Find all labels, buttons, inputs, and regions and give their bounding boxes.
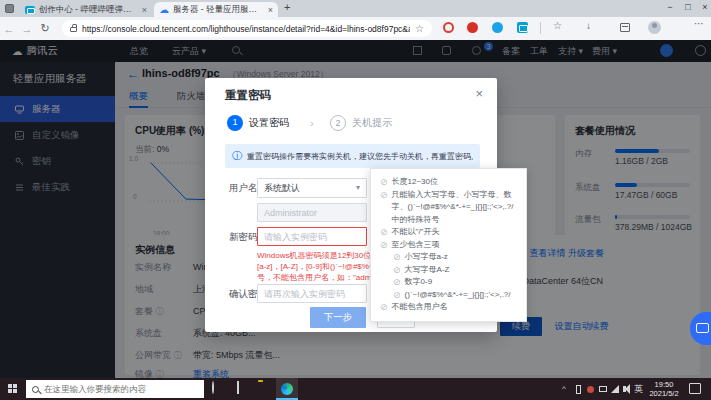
info-icon: ⓘ — [232, 149, 242, 163]
password-rules-tooltip: ⊘长度12~30位 ⊘只能输入大写字母、小写字母、数字、()`~!@#$%^&*… — [370, 168, 527, 322]
rule-no-slash: ⊘不能以"/"开头 — [380, 226, 517, 239]
extension-red-icon[interactable] — [467, 22, 478, 33]
refresh-icon[interactable]: ↻ — [36, 22, 54, 35]
cortana-icon[interactable] — [212, 382, 214, 393]
step-arrow-icon: › — [310, 117, 314, 129]
step-shutdown-notice: 2 关机提示 — [330, 115, 392, 131]
confirm-password-input[interactable] — [257, 284, 367, 303]
start-button[interactable] — [8, 384, 18, 394]
extension-blue-icon[interactable] — [492, 22, 503, 33]
time: 19:50 — [648, 380, 680, 389]
search-icon — [32, 386, 39, 393]
extension-opera-icon[interactable] — [443, 22, 454, 33]
modal-close-icon[interactable]: × — [475, 86, 483, 101]
circle-slash-icon: ⊘ — [393, 264, 401, 277]
rule-lowercase: ⊘小写字母a-z — [380, 251, 517, 264]
step2-label: 关机提示 — [352, 116, 392, 130]
browser-addressbar: ← → ↻ https://console.cloud.tencent.com/… — [0, 17, 711, 40]
network-icon[interactable] — [611, 385, 619, 393]
battery-icon[interactable] — [576, 385, 581, 394]
input-language-indicator[interactable]: 英 — [634, 383, 643, 396]
windows-taskbar: ^ 英 19:50 2021/5/2 — [0, 378, 711, 400]
tab-close-icon[interactable]: × — [268, 5, 273, 15]
downloads-icon[interactable]: ↓ — [586, 20, 591, 31]
window-close-button[interactable]: × — [697, 0, 711, 16]
url-text[interactable]: https://console.cloud.tencent.com/lighth… — [82, 24, 410, 34]
volume-icon[interactable] — [623, 386, 626, 392]
window-maximize-button[interactable]: □ — [680, 0, 696, 16]
username-label: 用户名 — [229, 182, 258, 195]
rule-digits: ⊘数字0-9 — [380, 276, 517, 289]
taskbar-search[interactable] — [26, 380, 204, 398]
extension-bilibili-icon[interactable] — [517, 22, 528, 33]
browser-menu-icon[interactable]: ⋯ — [694, 18, 704, 29]
rule-three-kinds: ⊘至少包含三项 — [380, 239, 517, 252]
rule-charset: ⊘只能输入大写字母、小写字母、数字、()`~!@#$%^&*-+=_|{}[]:… — [380, 189, 517, 227]
browser-tabstrip: 创作中心 - 哔哩哔哩弹幕视频网 × ☁ 服务器 - 轻量应用服务器 - 控制台… — [0, 0, 711, 17]
browser-profile-avatar[interactable] — [648, 21, 661, 34]
camera-icon[interactable] — [599, 386, 607, 392]
fixed-username-input — [257, 203, 367, 222]
new-tab-button[interactable]: + — [284, 1, 290, 13]
collections-icon[interactable] — [620, 23, 630, 32]
new-password-label: 新密码 — [229, 231, 258, 244]
site-security-icon[interactable] — [70, 27, 77, 32]
rule-uppercase: ⊘大写字母A-Z — [380, 264, 517, 277]
circle-slash-icon: ⊘ — [393, 251, 401, 264]
tray-expand-icon[interactable]: ^ — [562, 384, 566, 393]
browser-tab-console[interactable]: ☁ 服务器 - 轻量应用服务器 - 控制台 × — [154, 2, 278, 17]
back-icon[interactable]: ← — [0, 23, 18, 35]
alert-text: 重置密码操作需要将实例关机，建议您先手动关机，再重置密码。 — [247, 151, 473, 162]
tencent-console: ☁腾讯云 总览 云产品 ▾ 3 备案 工单 支持 ▾ 费用 ▾ 轻量应用服务器 … — [0, 40, 711, 378]
edge-taskbar-button[interactable] — [276, 378, 298, 400]
chevron-down-icon: ▾ — [356, 179, 360, 197]
circle-slash-icon: ⊘ — [380, 239, 388, 252]
window-minimize-button[interactable]: − — [662, 0, 678, 16]
bookmark-star-icon[interactable]: ☆ — [415, 23, 424, 34]
tab-close-icon[interactable]: × — [142, 5, 147, 15]
favorites-icon[interactable]: ☆ — [553, 20, 562, 31]
rule-length: ⊘长度12~30位 — [380, 176, 517, 189]
tab-title: 创作中心 - 哔哩哔哩弹幕视频网 — [39, 4, 138, 16]
bilibili-favicon-icon — [25, 6, 35, 14]
step1-label: 设置密码 — [249, 116, 289, 130]
step1-number: 1 — [227, 115, 243, 131]
step2-number: 2 — [330, 115, 346, 131]
modal-title: 重置密码 — [225, 88, 271, 103]
new-password-input[interactable] — [257, 227, 367, 246]
tray-app-icon[interactable] — [587, 386, 594, 393]
task-view-icon[interactable] — [237, 382, 239, 393]
circle-slash-icon: ⊘ — [380, 176, 388, 189]
edge-icon — [281, 383, 293, 395]
shutdown-alert: ⓘ 重置密码操作需要将实例关机，建议您先手动关机，再重置密码。 — [225, 144, 480, 168]
tab-title: 服务器 - 轻量应用服务器 - 控制台 — [173, 4, 264, 16]
tab-actions-icon[interactable] — [5, 4, 14, 13]
taskbar-search-input[interactable] — [44, 384, 194, 394]
circle-slash-icon: ⊘ — [393, 276, 401, 289]
url-input[interactable]: https://console.cloud.tencent.com/lighth… — [62, 20, 432, 37]
step-set-password: 1 设置密码 — [227, 115, 289, 131]
forward-icon[interactable]: → — [18, 23, 36, 35]
clock[interactable]: 19:50 2021/5/2 — [648, 380, 680, 398]
circle-slash-icon: ⊘ — [380, 189, 388, 227]
browser-tab-bilibili[interactable]: 创作中心 - 哔哩哔哩弹幕视频网 × — [20, 2, 152, 17]
action-center-icon[interactable] — [689, 383, 701, 394]
next-step-button[interactable]: 下一步 — [310, 307, 366, 328]
username-select[interactable]: 系统默认 ▾ — [257, 178, 367, 198]
rule-no-username: ⊘不能包含用户名 — [380, 301, 517, 314]
cloud-favicon-icon: ☁ — [159, 5, 169, 15]
circle-slash-icon: ⊘ — [380, 226, 388, 239]
toolbar-divider — [540, 22, 541, 34]
date: 2021/5/2 — [648, 389, 680, 398]
circle-slash-icon: ⊘ — [393, 289, 401, 302]
circle-slash-icon: ⊘ — [380, 301, 388, 314]
rule-specials: ⊘()`~!@#$%^&*-+=_|{}[]:;'<>,.?/ — [380, 289, 517, 302]
